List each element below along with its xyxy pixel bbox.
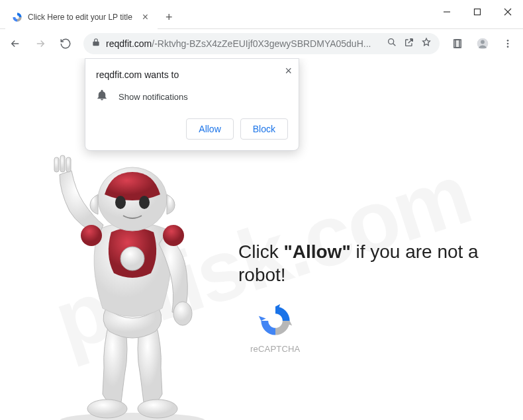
robot-illustration [33, 143, 232, 420]
address-bar[interactable]: reqdfit.com/-Rktvhg-BZsX4zZeEUIjf0X3gewy… [83, 33, 440, 54]
lock-icon [91, 38, 101, 50]
favicon-recaptcha-icon [12, 12, 23, 22]
recaptcha-badge: reCAPTCHA [250, 303, 300, 354]
back-button[interactable] [4, 32, 26, 55]
close-window-button[interactable] [493, 0, 523, 24]
toolbar: reqdfit.com/-Rktvhg-BZsX4zZeEUIjf0X3gewy… [0, 29, 523, 58]
svg-rect-1 [475, 9, 481, 15]
reload-button[interactable] [54, 32, 77, 55]
recaptcha-icon [258, 303, 293, 341]
svg-point-21 [163, 225, 184, 246]
svg-marker-26 [259, 316, 266, 321]
svg-point-4 [389, 39, 394, 44]
svg-point-15 [138, 399, 177, 418]
bookmark-star-icon[interactable] [421, 37, 432, 50]
svg-rect-18 [54, 157, 59, 172]
profile-icon[interactable] [471, 32, 494, 55]
svg-point-25 [139, 196, 150, 209]
window-controls [432, 0, 523, 24]
svg-point-11 [507, 43, 509, 45]
browser-tab[interactable]: Click Here to edit your LP title × [5, 5, 158, 29]
popup-close-button[interactable]: × [285, 64, 292, 78]
svg-point-13 [60, 413, 205, 420]
url-text: reqdfit.com/-Rktvhg-BZsX4zZeEUIjf0X3gewy… [106, 38, 383, 49]
bell-icon [96, 89, 108, 104]
recaptcha-label: reCAPTCHA [250, 344, 300, 354]
menu-icon[interactable] [497, 32, 519, 55]
svg-line-5 [393, 44, 396, 46]
reading-list-icon[interactable] [446, 32, 469, 55]
svg-rect-20 [66, 157, 71, 172]
tab-close-button[interactable]: × [140, 11, 151, 23]
svg-point-14 [87, 399, 127, 418]
svg-point-9 [481, 40, 485, 44]
new-tab-button[interactable]: + [158, 5, 181, 30]
svg-point-17 [81, 225, 102, 246]
minimize-button[interactable] [432, 0, 462, 24]
block-button[interactable]: Block [240, 118, 288, 140]
svg-point-10 [507, 40, 509, 42]
page-content: pcrisk.com [0, 58, 523, 420]
svg-point-22 [173, 302, 192, 325]
share-icon[interactable] [404, 37, 414, 50]
svg-point-16 [120, 247, 144, 271]
svg-rect-19 [60, 155, 65, 172]
svg-rect-7 [455, 40, 459, 48]
titlebar: Click Here to edit your LP title × + [0, 0, 523, 29]
allow-button[interactable]: Allow [186, 118, 233, 140]
svg-point-12 [507, 46, 509, 48]
svg-point-24 [115, 196, 126, 209]
popup-permission-text: Show notifications [119, 92, 188, 102]
notification-permission-popup: × reqdfit.com wants to Show notification… [85, 58, 299, 151]
maximize-button[interactable] [462, 0, 493, 24]
popup-title: reqdfit.com wants to [96, 69, 288, 80]
forward-button[interactable] [29, 32, 52, 55]
headline-text: Click "Allow" if you are not a robot! [238, 240, 497, 286]
search-icon[interactable] [387, 37, 397, 50]
tab-title: Click Here to edit your LP title [28, 13, 140, 22]
